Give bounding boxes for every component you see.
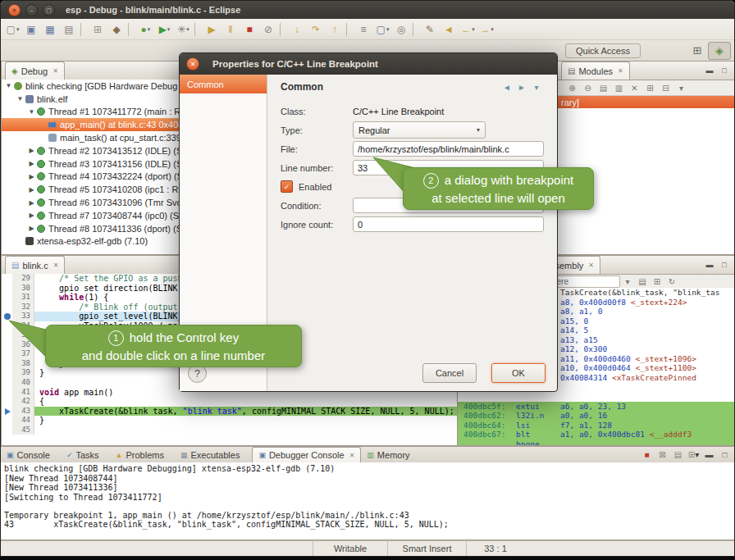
window-maximize-button[interactable]: ▢ [43, 4, 55, 16]
console-tab[interactable]: ✓ Tasks [61, 448, 110, 462]
toolbar-icon[interactable] [80, 23, 87, 36]
dialog-close-button[interactable]: ✕ [186, 57, 199, 71]
console-toolbar-icon[interactable]: ■ [639, 450, 655, 459]
toolbar-icon[interactable]: ←▾ [459, 20, 477, 38]
modules-toolbar-icon[interactable]: ⊖ [580, 84, 596, 93]
perspective-icon[interactable]: ⊞ [687, 43, 708, 59]
close-icon[interactable]: ✕ [618, 67, 623, 75]
console-toolbar-icon[interactable]: ▤ [670, 450, 686, 459]
line-number[interactable]: 38 [12, 359, 34, 369]
gutter-marker[interactable] [2, 312, 12, 321]
line-number[interactable]: 33 [12, 312, 34, 321]
code-line[interactable]: 43 xTaskCreate(&blink_task, "blink_task"… [2, 407, 457, 417]
modules-toolbar-icon[interactable]: ▾ [673, 84, 689, 93]
gutter-marker[interactable] [2, 368, 12, 378]
maximize-view-icon[interactable]: □ [717, 64, 732, 77]
gutter-marker[interactable] [2, 340, 12, 350]
asm-row[interactable]: 400dbc67: blt a1, a0, 0x400dbc81 <__addd… [458, 430, 735, 439]
line-number[interactable]: 40 [12, 378, 34, 388]
toolbar-icon[interactable]: ⊘ [259, 20, 278, 38]
code-line[interactable]: 42 { [2, 397, 457, 407]
toolbar-icon[interactable] [194, 23, 201, 36]
toolbar-icon[interactable] [346, 23, 353, 36]
tab-blink-c[interactable]: ▤ blink.c ✕ [5, 256, 65, 274]
asm-row[interactable]: 400dbc64: lsi f7, a1, 128 [458, 421, 735, 430]
nav-item-common[interactable]: Common [180, 75, 267, 93]
expand-arrow-icon[interactable]: ▶ [27, 199, 36, 207]
toolbar-icon[interactable]: ≡ [354, 20, 373, 38]
file-field[interactable] [353, 141, 544, 157]
toolbar-icon[interactable] [280, 23, 286, 36]
toolbar-icon[interactable]: ◄ [440, 20, 459, 38]
console-tab[interactable]: ▥ Memory [361, 448, 420, 462]
tab-modules[interactable]: ▤ Modules ✕ [561, 61, 630, 80]
expand-arrow-icon[interactable]: ▼ [27, 108, 36, 116]
line-number[interactable]: 39 [12, 368, 34, 378]
console-tab[interactable]: ▲ Problems [110, 448, 175, 462]
toolbar-icon[interactable]: ↑ [326, 20, 345, 38]
maximize-view-icon[interactable]: □ [717, 258, 732, 271]
modules-toolbar-icon[interactable]: ⊟ [658, 84, 673, 93]
toolbar-icon[interactable]: ‖ [221, 20, 240, 38]
gutter-marker[interactable] [2, 397, 12, 407]
toolbar-icon[interactable]: →▾ [477, 20, 496, 38]
toolbar-icon[interactable]: ▢▾ [373, 20, 392, 38]
modules-toolbar-icon[interactable]: ▤ [596, 84, 611, 93]
close-icon[interactable]: ✕ [349, 452, 355, 459]
toolbar-icon[interactable]: ■ [240, 20, 259, 38]
toolbar-icon[interactable]: ▤ [60, 20, 79, 38]
gutter-marker[interactable] [2, 274, 12, 284]
toolbar-icon[interactable]: ✳▾ [174, 20, 193, 38]
toolbar-icon[interactable]: ▶▾ [155, 20, 174, 38]
asm-row[interactable] [458, 392, 735, 402]
toolbar-icon[interactable] [413, 23, 419, 36]
gutter-marker[interactable] [2, 330, 12, 340]
ignore-count-field[interactable] [353, 216, 544, 232]
line-number[interactable]: 29 [12, 274, 34, 284]
toolbar-icon[interactable]: ◆ [107, 20, 126, 38]
tab-debug[interactable]: ◈ Debug ✕ [5, 61, 65, 80]
toolbar-icon[interactable]: ◎ [392, 20, 411, 38]
console-toolbar-icon[interactable]: ⊠ [655, 450, 670, 459]
modules-toolbar-icon[interactable]: ⊞ [642, 84, 658, 93]
disassembly-toolbar-icon[interactable]: ▤ [635, 277, 650, 286]
toolbar-icon[interactable]: ▶ [203, 20, 221, 38]
expand-arrow-icon[interactable]: ▼ [16, 95, 25, 102]
toolbar-icon[interactable] [128, 23, 135, 36]
gutter-marker[interactable] [2, 293, 12, 303]
expand-arrow-icon[interactable]: ▶ [27, 225, 36, 232]
line-number[interactable]: 30 [12, 284, 34, 294]
gutter-marker[interactable] [2, 416, 12, 426]
expand-arrow-icon[interactable]: ▼ [4, 82, 13, 89]
asm-row[interactable]: 400dbc5f: extui a6, a0, 23, 13 [458, 402, 735, 412]
line-number[interactable]: 42 [12, 397, 34, 407]
toolbar-icon[interactable]: ↓ [288, 20, 307, 38]
expand-arrow-icon[interactable]: ▶ [27, 212, 36, 219]
window-minimize-button[interactable]: – [25, 4, 38, 16]
toolbar-icon[interactable]: ↷ [307, 20, 326, 38]
line-number[interactable]: 35 [12, 330, 34, 340]
toolbar-icon[interactable]: ✎ [421, 20, 440, 38]
close-icon[interactable]: ✕ [588, 262, 594, 269]
disassembly-toolbar-icon[interactable]: ⊞ [650, 277, 664, 286]
expand-arrow-icon[interactable]: ▶ [27, 147, 36, 154]
line-number[interactable]: 45 [12, 426, 34, 435]
gutter-marker[interactable] [2, 388, 12, 398]
modules-toolbar-icon[interactable]: ⊕ [564, 84, 580, 93]
dialog-titlebar[interactable]: ✕ Properties for C/C++ Line Breakpoint [180, 53, 557, 75]
console-toolbar-icon[interactable]: □ [717, 450, 733, 459]
modules-toolbar-icon[interactable]: ▥ [611, 84, 627, 93]
code-line[interactable]: 44 } [2, 416, 457, 426]
quick-access-button[interactable]: Quick Access [565, 43, 641, 58]
console-output[interactable]: blink checking [GDB Hardware Debugging] … [1, 462, 735, 540]
gutter-marker[interactable] [2, 359, 12, 369]
history-nav-icon[interactable]: ► [514, 83, 529, 92]
expand-arrow-icon[interactable]: ▶ [27, 160, 36, 167]
ok-button[interactable]: OK [491, 363, 546, 383]
enabled-checkbox[interactable]: ✓ [281, 180, 293, 193]
expand-arrow-icon[interactable]: ▶ [27, 173, 36, 180]
gutter-marker[interactable] [2, 378, 12, 388]
toolbar-icon[interactable]: ●▾ [136, 20, 155, 38]
console-toolbar-icon[interactable]: ▬ [701, 450, 717, 459]
minimize-view-icon[interactable]: ▬ [702, 258, 717, 271]
